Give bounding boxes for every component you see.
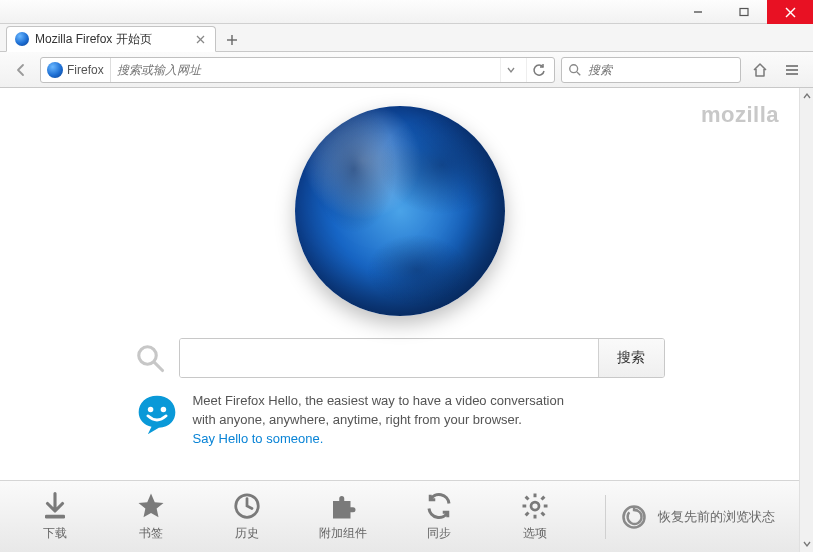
- center-search-button[interactable]: 搜索: [598, 339, 664, 377]
- scroll-down-button[interactable]: [800, 536, 813, 552]
- sync-icon: [424, 491, 454, 521]
- svg-point-15: [147, 407, 153, 413]
- svg-line-14: [154, 362, 162, 370]
- launch-label: 书签: [139, 525, 163, 542]
- svg-rect-17: [45, 515, 65, 519]
- reload-icon: [532, 63, 546, 77]
- download-icon: [40, 491, 70, 521]
- mozilla-wordmark: mozilla: [701, 102, 779, 128]
- launch-label: 下载: [43, 525, 67, 542]
- search-icon: [568, 63, 582, 77]
- window-maximize-button[interactable]: [721, 0, 767, 24]
- minimize-icon: [693, 7, 703, 17]
- svg-point-16: [160, 407, 166, 413]
- launch-label: 历史: [235, 525, 259, 542]
- chevron-down-icon: [803, 540, 811, 548]
- star-icon: [136, 491, 166, 521]
- plus-icon: [226, 34, 238, 46]
- hello-line1: Meet Firefox Hello, the easiest way to h…: [193, 393, 564, 408]
- reload-button[interactable]: [526, 58, 550, 82]
- window-close-button[interactable]: [767, 0, 813, 24]
- search-bar[interactable]: [561, 57, 741, 83]
- hamburger-icon: [784, 62, 800, 78]
- scroll-up-button[interactable]: [800, 88, 813, 104]
- svg-line-27: [526, 513, 529, 516]
- svg-rect-1: [740, 9, 748, 16]
- identity-box[interactable]: Firefox: [45, 58, 111, 82]
- window-titlebar: [0, 0, 813, 24]
- center-search-input[interactable]: [180, 339, 598, 377]
- close-icon: [785, 7, 796, 18]
- hello-promo: Meet Firefox Hello, the easiest way to h…: [135, 392, 665, 449]
- svg-line-25: [542, 513, 545, 516]
- launch-bar: 下载 书签 历史 附加组件 同步 选项: [0, 480, 799, 552]
- launch-sync[interactable]: 同步: [394, 491, 484, 542]
- chevron-up-icon: [803, 92, 811, 100]
- menu-button[interactable]: [779, 57, 805, 83]
- hello-line2: with anyone, anywhere, anytime, right fr…: [193, 412, 522, 427]
- search-input[interactable]: [588, 63, 739, 77]
- tab-active[interactable]: Mozilla Firefox 开始页: [6, 26, 216, 52]
- tab-close-button[interactable]: [193, 32, 207, 46]
- launch-options[interactable]: 选项: [490, 491, 580, 542]
- hello-link[interactable]: Say Hello to someone.: [193, 431, 324, 446]
- launch-history[interactable]: 历史: [202, 491, 292, 542]
- svg-point-8: [570, 64, 578, 72]
- restore-session-button[interactable]: 恢复先前的浏览状态: [605, 495, 789, 539]
- nav-toolbar: Firefox: [0, 52, 813, 88]
- restore-label: 恢复先前的浏览状态: [658, 508, 775, 526]
- window-minimize-button[interactable]: [675, 0, 721, 24]
- svg-line-24: [526, 497, 529, 500]
- launch-addons[interactable]: 附加组件: [298, 491, 388, 542]
- launch-downloads[interactable]: 下载: [10, 491, 100, 542]
- identity-label: Firefox: [67, 63, 104, 77]
- puzzle-icon: [328, 491, 358, 521]
- url-input[interactable]: [117, 58, 494, 82]
- scroll-track[interactable]: [800, 104, 813, 536]
- home-button[interactable]: [747, 57, 773, 83]
- gear-icon: [520, 491, 550, 521]
- svg-line-9: [577, 71, 580, 74]
- restore-icon: [620, 503, 648, 531]
- search-icon: [135, 343, 165, 373]
- url-history-dropdown[interactable]: [500, 58, 520, 82]
- scrollbar-vertical[interactable]: [799, 88, 813, 552]
- tab-title: Mozilla Firefox 开始页: [35, 31, 152, 48]
- hello-chat-icon: [135, 392, 179, 436]
- clock-icon: [232, 491, 262, 521]
- start-page: mozilla 搜索 Meet Firefox Hello, the easie…: [0, 88, 799, 552]
- chevron-down-icon: [507, 66, 515, 74]
- close-icon: [196, 35, 205, 44]
- new-tab-button[interactable]: [220, 29, 244, 51]
- hello-text: Meet Firefox Hello, the easiest way to h…: [193, 392, 564, 449]
- globe-icon: [47, 62, 63, 78]
- svg-point-19: [531, 502, 539, 510]
- svg-line-26: [542, 497, 545, 500]
- home-icon: [752, 62, 768, 78]
- viewport: mozilla 搜索 Meet Firefox Hello, the easie…: [0, 88, 813, 552]
- tab-strip: Mozilla Firefox 开始页: [0, 24, 813, 52]
- url-bar[interactable]: Firefox: [40, 57, 555, 83]
- arrow-left-icon: [13, 62, 29, 78]
- launch-label: 附加组件: [319, 525, 367, 542]
- maximize-icon: [739, 7, 749, 17]
- center-search: 搜索: [135, 338, 665, 378]
- launch-label: 同步: [427, 525, 451, 542]
- launch-bookmarks[interactable]: 书签: [106, 491, 196, 542]
- tab-favicon-globe-icon: [15, 32, 29, 46]
- back-button[interactable]: [8, 57, 34, 83]
- launch-label: 选项: [523, 525, 547, 542]
- nightly-globe-icon: [295, 106, 505, 316]
